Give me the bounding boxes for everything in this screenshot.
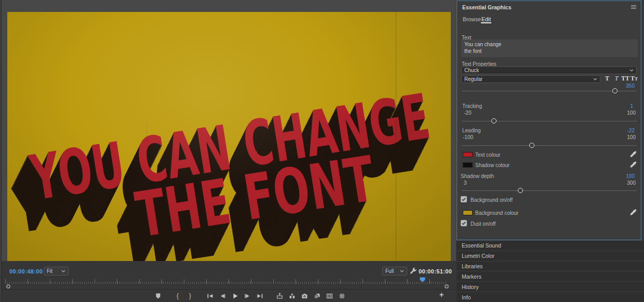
text-content-field[interactable]: You can change the font (461, 39, 638, 57)
dust-scratch-line (146, 121, 147, 157)
ruler-major-ticks (5, 279, 448, 284)
shadow-colour-swatch[interactable] (463, 162, 473, 168)
panel-tab-markers[interactable]: Markers (457, 271, 644, 282)
comparison-view-icon (314, 293, 320, 299)
safe-margins-icon (326, 293, 333, 299)
leading-value[interactable]: -22 (627, 128, 635, 133)
shadow-depth-slider[interactable] (462, 188, 637, 194)
safe-margins-button[interactable] (326, 292, 333, 300)
tracking-value[interactable]: 1 (630, 103, 633, 109)
chevron-down-icon (61, 270, 65, 272)
slider-track (462, 145, 637, 146)
slider-handle[interactable] (518, 188, 523, 193)
comparison-view-button[interactable] (313, 292, 321, 300)
slider-handle[interactable] (529, 143, 534, 148)
collapsed-panels-list: Essential Sound Lumetri Color Libraries … (457, 241, 644, 302)
zoom-scrollbar-right-handle[interactable] (445, 284, 449, 289)
hamburger-icon (631, 5, 636, 6)
slider-handle[interactable] (612, 88, 618, 93)
panel-tab-lumetri-color[interactable]: Lumetri Color (457, 251, 644, 262)
play-icon (232, 293, 238, 299)
settings-wrench-button[interactable] (409, 267, 418, 276)
check-icon (461, 221, 466, 226)
grid-overlay-button[interactable] (338, 292, 346, 300)
background-colour-swatch[interactable] (463, 210, 473, 215)
go-to-in-button[interactable] (206, 292, 214, 300)
shadow-colour-label: Shadow colour (475, 162, 509, 168)
video-title-graphic: YOU CAN CHANGE THE FONT (7, 12, 451, 261)
export-frame-button[interactable] (301, 292, 308, 300)
program-monitor: YOU CAN CHANGE THE FONT 00:00:48:00 Fit … (0, 0, 456, 302)
tab-browse[interactable]: Browse (463, 16, 481, 22)
grid-icon (339, 293, 345, 299)
monitor-time-ruler[interactable] (5, 277, 448, 284)
panel-title: Essential Graphics (462, 4, 512, 10)
panel-tab-libraries[interactable]: Libraries (457, 262, 644, 272)
shadow-depth-min: 3 (464, 180, 467, 186)
active-tab-underline (481, 22, 491, 23)
shadow-depth-value[interactable]: 100 (626, 173, 635, 179)
text-colour-swatch[interactable] (463, 152, 473, 157)
font-style-select[interactable]: Regular (461, 75, 600, 83)
step-back-button[interactable] (219, 292, 226, 300)
chevron-down-icon (629, 69, 634, 72)
mark-out-icon: } (189, 292, 191, 299)
window-left-edge (0, 0, 2, 302)
tab-edit[interactable]: Edit (481, 16, 491, 22)
extract-button[interactable] (288, 292, 296, 300)
check-icon (461, 197, 466, 202)
font-size-slider[interactable] (462, 88, 637, 94)
dust-toggle-checkbox[interactable] (461, 220, 467, 226)
lift-button[interactable] (276, 292, 284, 300)
mark-in-button[interactable]: { (174, 292, 182, 300)
zoom-level-select[interactable]: Fit (44, 267, 69, 276)
eyedropper-icon (630, 151, 637, 158)
tracking-label: Tracking (462, 103, 482, 109)
transport-controls: { } (0, 289, 456, 302)
zoom-scrollbar-left-handle[interactable] (6, 284, 10, 289)
playback-resolution-select[interactable]: Full (382, 267, 407, 276)
lift-icon (276, 293, 283, 299)
monitor-zoom-scrollbar[interactable] (6, 284, 449, 289)
button-editor-button[interactable]: + (437, 291, 446, 299)
background-toggle-checkbox[interactable] (461, 196, 467, 202)
background-colour-eyedropper-button[interactable] (630, 209, 637, 216)
go-to-in-icon (207, 293, 213, 299)
go-to-out-button[interactable] (256, 292, 264, 300)
chevron-down-icon (593, 78, 597, 80)
add-marker-button[interactable] (154, 292, 162, 300)
monitor-controls: 00:00:48:00 Fit Full 00:00:51:00 (0, 261, 456, 302)
panel-tab-history[interactable]: History (457, 282, 644, 292)
current-timecode[interactable]: 00:00:48:00 (9, 268, 43, 274)
shadow-depth-label: Shadow depth (461, 173, 494, 179)
mark-in-icon: { (177, 292, 179, 299)
all-caps-button[interactable]: TT (621, 75, 629, 83)
leading-slider[interactable] (462, 143, 637, 148)
small-caps-button[interactable]: TT (630, 75, 638, 83)
playhead-marker[interactable] (420, 277, 425, 282)
essential-graphics-panel: Essential Graphics Browse Edit Text You … (457, 1, 641, 240)
dust-toggle-label: Dust on/off (471, 221, 495, 227)
background-colour-label: Background colour (475, 210, 518, 216)
leading-label: Leading (462, 128, 481, 133)
faux-bold-button[interactable]: T (603, 75, 611, 83)
mark-out-button[interactable]: } (186, 292, 194, 300)
slider-handle[interactable] (491, 118, 497, 123)
panel-tab-info[interactable]: Info (457, 292, 644, 302)
panel-tab-essential-sound[interactable]: Essential Sound (457, 241, 644, 251)
shadow-colour-eyedropper-button[interactable] (630, 161, 637, 168)
play-button[interactable] (231, 292, 239, 300)
step-back-icon (219, 293, 226, 299)
step-forward-button[interactable] (244, 292, 251, 300)
font-family-select[interactable]: Chuck (461, 66, 637, 74)
tracking-min: -20 (464, 110, 471, 116)
tracking-slider[interactable] (462, 118, 637, 124)
wrench-icon (409, 267, 417, 275)
video-preview[interactable]: YOU CAN CHANGE THE FONT (7, 12, 451, 261)
faux-italic-button[interactable]: T (612, 75, 621, 83)
background-toggle-label: Background on/off (471, 197, 513, 203)
extract-icon (289, 293, 296, 299)
panel-menu-button[interactable] (631, 5, 636, 9)
text-colour-eyedropper-button[interactable] (630, 151, 637, 158)
step-forward-icon (244, 293, 251, 299)
